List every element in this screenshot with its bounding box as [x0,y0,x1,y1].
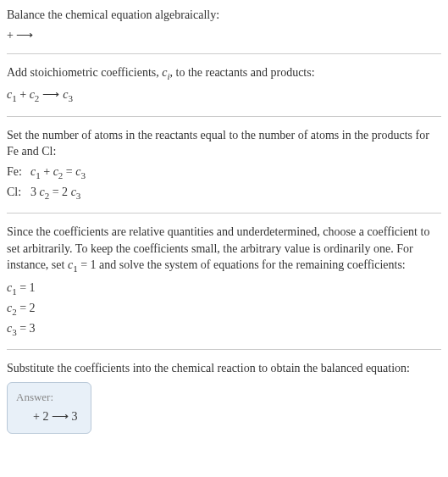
section-atoms: Set the number of atoms in the reactants… [7,127,441,203]
cl-label: Cl: [7,184,30,202]
section-solve: Since the coefficients are relative quan… [7,224,441,339]
divider [7,213,441,214]
stoich-title-pre: Add stoichiometric coefficients, [7,66,162,79]
answer-box: Answer: + 2 ⟶ 3 [7,382,91,435]
fe-equation: c1 + c2 = c3 [30,164,441,182]
answer-label: Answer: [16,390,77,405]
answer-equation: + 2 ⟶ 3 [16,408,77,425]
atom-equations: Fe: c1 + c2 = c3 Cl: 3 c2 = 2 c3 [7,164,441,202]
cl-eq: = 2 [49,186,70,198]
stoich-equation: c1 + c2 ⟶ c3 [7,86,441,105]
stoich-title: Add stoichiometric coefficients, ci, to … [7,64,441,83]
coeff-row: c2 = 2 [7,300,441,319]
section-substitute: Substitute the coefficients into the che… [7,360,441,434]
cl-c3-sub: 3 [76,191,81,201]
divider [7,53,441,54]
cl-equation: 3 c2 = 2 c3 [30,184,441,202]
c3-sub: 3 [69,93,74,103]
fe-label: Fe: [7,164,30,182]
divider [7,349,441,350]
r1-val: = 1 [17,281,36,294]
arrow: ⟶ [42,86,59,103]
r3-val: = 3 [17,322,36,335]
balance-title: Balance the chemical equation algebraica… [7,7,441,24]
stoich-title-post: , to the reactants and products: [170,66,315,79]
fe-plus: + [41,165,53,178]
divider [7,116,441,117]
solve-title: Since the coefficients are relative quan… [7,224,441,275]
r2-val: = 2 [17,302,36,314]
substitute-title: Substitute the coefficients into the che… [7,360,441,377]
solve-title-post: = 1 and solve the system of equations fo… [78,258,406,271]
initial-equation: + ⟶ [7,27,441,44]
fe-eq: = [63,165,75,178]
c2-sub: 2 [35,93,40,103]
cl-3: 3 [30,186,40,198]
section-balance-intro: Balance the chemical equation algebraica… [7,7,441,43]
fe-c3-sub: 3 [80,170,86,180]
coeff-row: c1 = 1 [7,280,441,298]
atoms-title: Set the number of atoms in the reactants… [7,127,441,160]
section-stoichiometric: Add stoichiometric coefficients, ci, to … [7,64,441,105]
coeff-row: c3 = 3 [7,320,441,339]
coefficient-list: c1 = 1 c2 = 2 c3 = 3 [7,280,441,340]
plus: + [17,88,30,101]
